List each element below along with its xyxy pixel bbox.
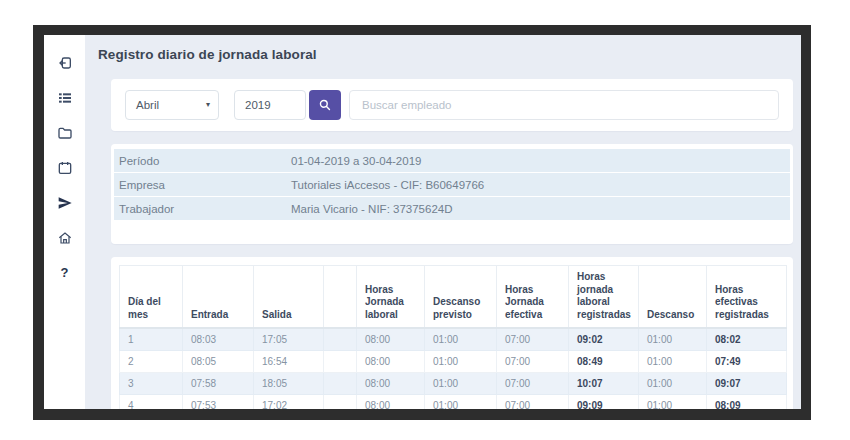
table-header-cell: Descanso previsto	[425, 266, 497, 329]
table-cell: 18:05	[254, 372, 324, 394]
table-cell: 07:53	[183, 394, 254, 409]
table-cell: 08:09	[707, 394, 787, 409]
table-cell: 16:54	[254, 350, 324, 372]
sidebar-item-home[interactable]	[44, 220, 85, 255]
table-header-cell: Horas efectivas registradas	[707, 266, 787, 329]
search-button[interactable]	[309, 90, 341, 120]
table-cell: 08:03	[183, 328, 254, 350]
summary-label: Período	[119, 155, 291, 167]
home-icon	[57, 230, 73, 246]
table-cell	[324, 328, 357, 350]
table-cell: 01:00	[425, 328, 497, 350]
table-header-cell	[324, 266, 357, 329]
table-cell: 08:00	[357, 372, 425, 394]
table-cell: 07:00	[497, 350, 569, 372]
table-cell: 08:02	[707, 328, 787, 350]
table-header-cell: Horas Jornada efectiva	[497, 266, 569, 329]
table-cell: 07:00	[497, 372, 569, 394]
summary-label: Empresa	[119, 179, 291, 191]
table-cell	[324, 350, 357, 372]
sidebar-item-help[interactable]: ?	[44, 255, 85, 290]
sidebar-item-calendar[interactable]	[44, 150, 85, 185]
summary-value: Maria Vicario - NIF: 37375624D	[291, 203, 453, 215]
summary-label: Trabajador	[119, 203, 291, 215]
help-icon: ?	[61, 265, 69, 280]
summary-row: Trabajador Maria Vicario - NIF: 37375624…	[114, 197, 790, 220]
app-window: ? Registro diario de jornada laboral Abr…	[44, 35, 801, 409]
search-icon	[318, 98, 332, 112]
sidebar-item-folder[interactable]	[44, 115, 85, 150]
summary-panel: Período 01-04-2019 a 30-04-2019 Empresa …	[111, 144, 793, 244]
sidebar: ?	[44, 35, 85, 409]
screenshot: ? Registro diario de jornada laboral Abr…	[0, 0, 850, 440]
table-cell: 08:00	[357, 350, 425, 372]
page-title: Registro diario de jornada laboral	[98, 47, 801, 62]
table-cell: 01:00	[639, 372, 707, 394]
table-row: 1 08:03 17:05 08:00 01:00 07:00 09:02 01…	[120, 328, 787, 350]
exit-icon	[57, 55, 73, 71]
table-cell: 01:00	[425, 350, 497, 372]
table-cell: 01:00	[639, 328, 707, 350]
table-cell: 09:09	[569, 394, 639, 409]
table-header-cell: Salida	[254, 266, 324, 329]
calendar-icon	[57, 160, 73, 176]
main-content: Registro diario de jornada laboral Abril…	[85, 35, 801, 409]
table-header-row: Día del mes Entrada Salida Horas Jornada…	[120, 266, 787, 329]
send-icon	[57, 195, 73, 211]
worklog-table: Día del mes Entrada Salida Horas Jornada…	[119, 265, 787, 409]
table-cell: 07:49	[707, 350, 787, 372]
folder-icon	[57, 125, 73, 141]
month-select-value: Abril	[136, 99, 159, 111]
table-cell: 4	[120, 394, 183, 409]
table-cell: 09:07	[707, 372, 787, 394]
table-cell: 08:05	[183, 350, 254, 372]
table-cell: 17:02	[254, 394, 324, 409]
list-icon	[57, 90, 73, 106]
table-row: 4 07:53 17:02 08:00 01:00 07:00 09:09 01…	[120, 394, 787, 409]
worklog-table-card: Día del mes Entrada Salida Horas Jornada…	[111, 257, 793, 409]
table-cell: 07:00	[497, 328, 569, 350]
filter-bar: Abril ▾	[111, 79, 793, 131]
table-cell: 07:00	[497, 394, 569, 409]
table-cell: 3	[120, 372, 183, 394]
summary-value: 01-04-2019 a 30-04-2019	[291, 155, 421, 167]
table-cell: 08:49	[569, 350, 639, 372]
table-header-cell: Entrada	[183, 266, 254, 329]
table-cell: 1	[120, 328, 183, 350]
table-cell	[324, 372, 357, 394]
summary-row: Empresa Tutoriales iAccesos - CIF: B6064…	[114, 173, 790, 196]
chevron-down-icon: ▾	[206, 101, 210, 109]
table-cell: 01:00	[639, 394, 707, 409]
sidebar-item-list[interactable]	[44, 80, 85, 115]
table-cell: 2	[120, 350, 183, 372]
table-cell: 10:07	[569, 372, 639, 394]
summary-row: Período 01-04-2019 a 30-04-2019	[114, 149, 790, 172]
table-row: 3 07:58 18:05 08:00 01:00 07:00 10:07 01…	[120, 372, 787, 394]
table-cell: 09:02	[569, 328, 639, 350]
table-header-cell: Día del mes	[120, 266, 183, 329]
table-cell: 17:05	[254, 328, 324, 350]
window-frame: ? Registro diario de jornada laboral Abr…	[33, 25, 811, 420]
month-select[interactable]: Abril ▾	[125, 90, 219, 120]
sidebar-item-send[interactable]	[44, 185, 85, 220]
table-header-cell: Horas jornada laboral registradas	[569, 266, 639, 329]
table-cell: 01:00	[425, 394, 497, 409]
table-header-cell: Descanso	[639, 266, 707, 329]
table-header-cell: Horas Jornada laboral	[357, 266, 425, 329]
sidebar-item-exit[interactable]	[44, 45, 85, 80]
table-cell	[324, 394, 357, 409]
year-input[interactable]	[234, 90, 306, 120]
table-row: 2 08:05 16:54 08:00 01:00 07:00 08:49 01…	[120, 350, 787, 372]
table-cell: 07:58	[183, 372, 254, 394]
summary-value: Tutoriales iAccesos - CIF: B60649766	[291, 179, 484, 191]
table-cell: 01:00	[425, 372, 497, 394]
table-cell: 01:00	[639, 350, 707, 372]
table-cell: 08:00	[357, 394, 425, 409]
table-cell: 08:00	[357, 328, 425, 350]
employee-search-input[interactable]	[349, 90, 779, 120]
